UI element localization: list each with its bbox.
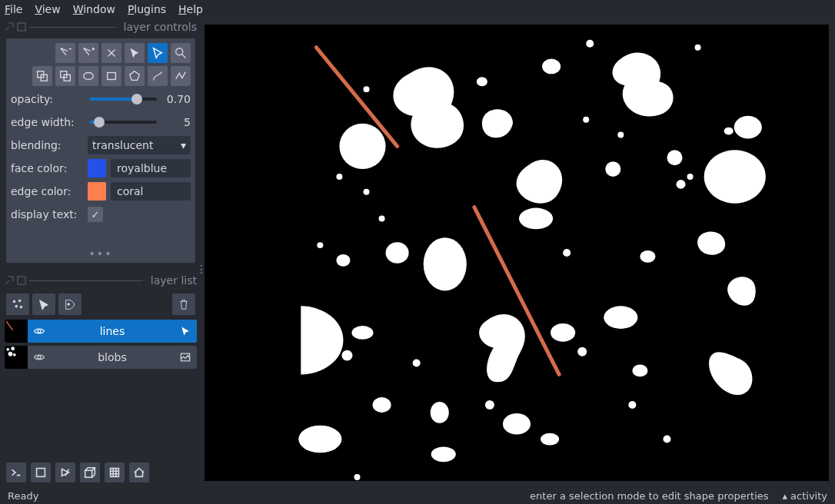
svg-point-60 [583,117,589,123]
tool-add-vertex[interactable] [78,43,98,63]
edgecolor-input[interactable]: coral [111,182,191,201]
svg-point-49 [586,40,594,48]
svg-point-19 [13,353,15,356]
delete-layer-button[interactable] [172,293,195,315]
chevron-down-icon: ▾ [181,139,186,151]
svg-point-13 [68,303,70,306]
transpose-button[interactable] [55,463,75,482]
tool-zoom[interactable] [171,43,191,63]
svg-point-39 [373,397,391,413]
displaytext-checkbox[interactable] [88,207,103,222]
svg-point-46 [577,347,587,356]
facecolor-label: face color: [11,162,83,174]
tool-move-back[interactable] [55,66,75,86]
menu-window[interactable]: Window [73,3,115,15]
tool-delete-shape[interactable] [101,43,121,63]
svg-point-34 [604,306,637,329]
new-points-button[interactable] [6,293,29,315]
svg-point-56 [663,436,670,443]
svg-point-1 [176,48,183,55]
opacity-slider[interactable] [89,98,157,101]
close-panel-icon[interactable] [17,22,26,32]
svg-point-20 [38,356,41,359]
svg-point-59 [687,174,694,180]
status-ready: Ready [8,490,38,502]
roll-button[interactable] [31,463,51,482]
svg-point-55 [628,401,636,409]
home-button[interactable] [129,463,149,482]
svg-point-53 [317,242,323,248]
edgecolor-swatch[interactable] [88,182,106,201]
canvas[interactable] [205,25,829,481]
chevron-up-icon: ▴ [783,490,788,502]
layer-controls-panel: opacity: 0.70 edge width: 5 blending: tr… [6,38,195,263]
facecolor-swatch[interactable] [88,159,106,177]
layer-name: blobs [51,351,174,363]
svg-rect-22 [37,469,45,477]
facecolor-input[interactable]: royalblue [111,159,191,177]
tool-rectangle[interactable] [101,66,121,86]
layer-row-blobs[interactable]: blobs [5,346,197,369]
svg-point-36 [677,180,686,189]
menu-file[interactable]: File [5,3,22,15]
visibility-toggle[interactable] [28,320,51,343]
menu-view[interactable]: View [35,3,60,15]
undock-icon[interactable] [5,276,14,285]
svg-point-11 [15,305,18,307]
close-panel-icon[interactable] [17,276,26,285]
layer-thumb [5,320,28,343]
svg-point-25 [477,77,487,86]
menu-plugins[interactable]: Plugins [128,3,166,15]
grid-button[interactable] [105,463,125,482]
svg-line-14 [6,321,13,330]
tool-direct-select[interactable] [148,43,168,63]
edgecolor-label: edge color: [11,185,83,197]
svg-point-24 [542,59,561,75]
layer-controls-title: layer controls [119,21,197,33]
menu-help[interactable]: Help [178,3,203,15]
tool-select[interactable] [125,43,145,63]
svg-rect-23 [85,470,92,477]
svg-point-18 [8,352,12,356]
svg-point-40 [298,426,341,453]
canvas-area [201,18,835,487]
svg-point-30 [424,237,467,290]
tool-polygon[interactable] [125,66,145,86]
svg-point-61 [617,132,624,138]
svg-point-12 [20,306,22,308]
layer-controls-header: layer controls [0,18,201,35]
status-bar: Ready enter a selection mode to edit sha… [0,487,835,504]
ndisplay-button[interactable] [80,463,100,482]
blending-select[interactable]: translucent ▾ [88,136,191,154]
blending-label: blending: [11,139,83,151]
tool-line[interactable] [148,66,168,86]
tool-ellipse[interactable] [78,66,98,86]
edgewidth-slider[interactable] [89,121,157,124]
opacity-value: 0.70 [163,93,191,105]
svg-point-41 [431,402,449,423]
svg-point-58 [354,474,360,480]
svg-point-33 [551,323,575,342]
undock-icon[interactable] [5,22,14,32]
svg-point-38 [341,350,352,361]
svg-point-35 [640,250,655,263]
activity-button[interactable]: ▴ activity [783,490,827,502]
svg-point-26 [339,124,385,169]
console-button[interactable] [6,463,26,482]
blending-value: translucent [92,139,153,151]
tool-move-front[interactable] [32,66,52,86]
svg-point-37 [351,326,373,340]
tool-path[interactable] [171,66,191,86]
layer-row-lines[interactable]: lines [5,320,197,343]
new-shapes-button[interactable] [32,293,55,315]
svg-point-6 [84,73,94,80]
layer-list-title: layer list [146,274,197,287]
svg-point-32 [336,254,350,267]
tool-remove-vertex[interactable] [55,43,75,63]
visibility-toggle[interactable] [28,346,51,369]
svg-point-62 [563,249,571,257]
svg-point-31 [386,242,409,264]
more-icon[interactable]: ••• [11,247,191,258]
new-labels-button[interactable] [58,293,82,315]
layer-list-header: layer list [0,272,201,289]
